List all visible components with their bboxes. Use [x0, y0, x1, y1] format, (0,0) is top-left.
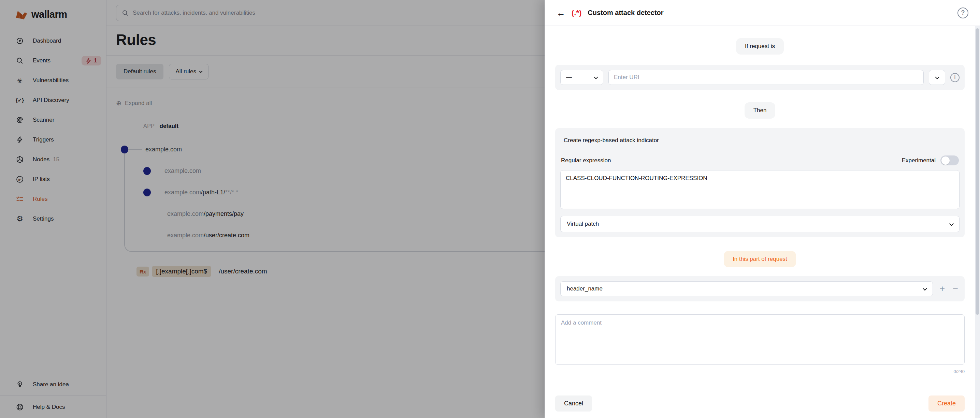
panel-header: ← (.*) Custom attack detector ? — [545, 0, 980, 26]
cancel-button[interactable]: Cancel — [555, 396, 592, 412]
comment-textarea[interactable] — [555, 314, 965, 365]
condition-row: — i — [555, 65, 965, 90]
scrollbar-thumb[interactable] — [975, 28, 979, 315]
chevron-down-icon — [594, 74, 598, 79]
help-icon[interactable]: ? — [958, 8, 969, 18]
chevron-down-icon — [949, 221, 954, 226]
attack-type-value: Virtual patch — [567, 221, 599, 227]
app-window: wallarm Dashboard Events — [0, 0, 980, 418]
action-title: Create regexp-based attack indicator — [564, 137, 959, 144]
custom-attack-detector-panel: ← (.*) Custom attack detector ? If reque… — [545, 0, 980, 418]
info-icon[interactable]: i — [950, 73, 959, 82]
regex-rule-type-icon: (.*) — [571, 8, 581, 17]
condition-operator-select[interactable]: — — [560, 70, 603, 85]
if-request-is-pill: If request is — [736, 38, 784, 55]
panel-body: If request is — i Then Create regexp-bas… — [545, 26, 975, 389]
panel-footer: Cancel Create — [545, 389, 975, 418]
comment-char-counter: 0/240 — [555, 369, 965, 374]
panel-title: Custom attack detector — [588, 9, 663, 17]
back-arrow-button[interactable]: ← — [557, 8, 565, 17]
condition-operator-value: — — [566, 74, 572, 81]
panel-scrollbar[interactable] — [975, 26, 980, 418]
in-this-part-of-request-pill: In this part of request — [724, 251, 796, 267]
chevron-down-icon — [923, 286, 928, 290]
attack-type-select[interactable]: Virtual patch — [560, 216, 959, 232]
modal-dim-overlay — [0, 0, 545, 418]
regular-expression-label: Regular expression — [561, 157, 611, 164]
create-button[interactable]: Create — [929, 396, 965, 412]
experimental-label: Experimental — [902, 157, 935, 164]
chevron-down-icon — [935, 74, 939, 79]
condition-expand-button[interactable] — [929, 70, 945, 85]
regex-value-textarea[interactable] — [560, 170, 959, 209]
add-request-part-button[interactable]: + — [938, 284, 946, 294]
request-part-select[interactable]: header_name — [560, 281, 933, 296]
request-part-row: header_name + − — [555, 276, 965, 301]
uri-input[interactable] — [608, 70, 924, 85]
action-card: Create regexp-based attack indicator Reg… — [555, 128, 965, 237]
then-pill: Then — [745, 102, 776, 119]
experimental-toggle[interactable] — [940, 155, 959, 165]
toggle-knob — [942, 157, 950, 165]
remove-request-part-button[interactable]: − — [951, 284, 959, 294]
request-part-value: header_name — [567, 285, 603, 292]
